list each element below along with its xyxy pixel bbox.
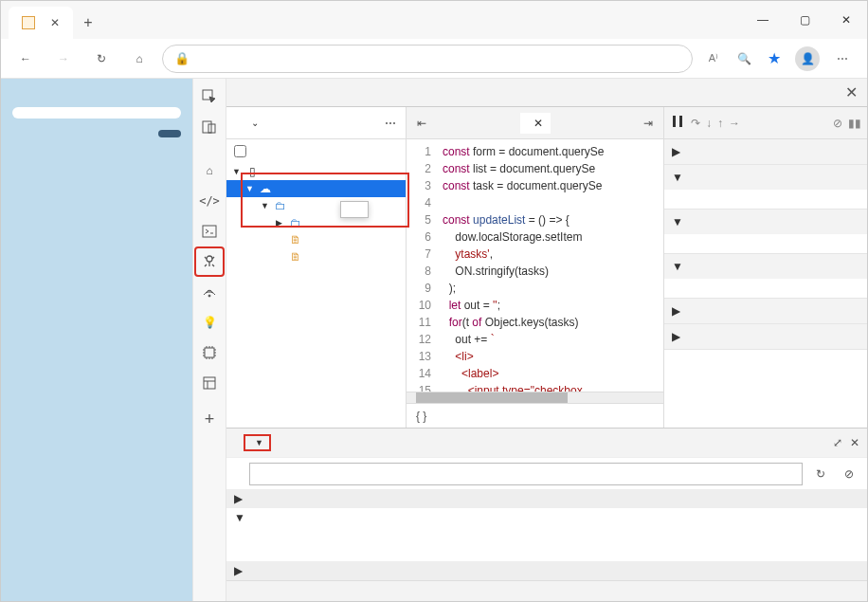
result-file-dark[interactable]: ▶: [226, 561, 867, 580]
step-into-icon[interactable]: ↓: [706, 117, 712, 130]
clear-search-icon[interactable]: ⊘: [839, 464, 859, 484]
reader-mode-icon[interactable]: A⁾: [700, 46, 727, 72]
dom-section[interactable]: ▶: [664, 324, 867, 349]
favorite-star-icon[interactable]: ★: [761, 46, 787, 72]
nav-left-icon[interactable]: ⇤: [412, 114, 431, 133]
step-icon[interactable]: →: [729, 117, 740, 130]
context-menu-search-all[interactable]: [340, 201, 369, 218]
device-toggle-icon[interactable]: [195, 113, 224, 141]
titlebar: ✕ + — ▢ ✕: [1, 1, 867, 39]
dropdown-arrow-icon: ▼: [255, 438, 263, 447]
search-tab[interactable]: ▼: [244, 434, 271, 451]
chevron-down-icon: ⌄: [251, 118, 259, 128]
url-input[interactable]: 🔒: [162, 45, 693, 73]
minimize-button[interactable]: —: [742, 1, 784, 39]
scope-section[interactable]: ▼: [664, 210, 867, 234]
sources-panel-header: ✕: [226, 79, 867, 107]
memory-icon[interactable]: [195, 338, 224, 367]
tree-domain[interactable]: ▼☁: [226, 180, 406, 197]
callstack-section[interactable]: ▼: [664, 254, 867, 279]
navigator-more-icon[interactable]: ⋯: [385, 117, 398, 130]
group-by-authored[interactable]: [226, 139, 406, 161]
group-checkbox[interactable]: [234, 145, 246, 157]
page-tab[interactable]: ⌄: [234, 118, 381, 128]
home-button[interactable]: ⌂: [124, 44, 154, 74]
search-status: [226, 580, 867, 601]
cloud-icon: ☁: [259, 182, 272, 195]
watch-section[interactable]: ▶: [664, 139, 867, 164]
tree-top[interactable]: ▼▯: [226, 163, 406, 180]
dock-icon[interactable]: ⤢: [833, 436, 842, 449]
svg-rect-6: [205, 348, 214, 357]
zoom-icon[interactable]: 🔍: [731, 46, 757, 72]
pause-icon[interactable]: [670, 114, 685, 132]
file-icon: 🗎: [289, 250, 302, 264]
pause-exceptions-icon[interactable]: ▮▮: [848, 117, 861, 130]
tree-styles-folder[interactable]: ▶🗀: [226, 214, 406, 231]
step-out-icon[interactable]: ↑: [717, 117, 723, 130]
menu-button[interactable]: ⋯: [827, 44, 858, 74]
svg-rect-1: [203, 121, 211, 133]
folder-icon: 🗀: [274, 199, 287, 212]
result-line[interactable]: [226, 544, 867, 561]
scope-not-paused: [664, 234, 867, 253]
refresh-button[interactable]: ↻: [86, 44, 117, 74]
step-over-icon[interactable]: ↷: [691, 117, 700, 130]
debugger-pane: ↷ ↓ ↑ → ⊘ ▮▮ ▶ ▼ ▼: [664, 107, 867, 428]
file-icon: 🗎: [289, 233, 302, 246]
tree-todo-file[interactable]: 🗎: [226, 248, 406, 265]
breakpoints-section[interactable]: ▼: [664, 165, 867, 190]
welcome-icon[interactable]: ⌂: [195, 156, 224, 185]
result-line[interactable]: [226, 527, 867, 544]
address-bar: ← → ↻ ⌂ 🔒 A⁾ 🔍 ★ 👤 ⋯: [1, 39, 867, 79]
console-icon[interactable]: [195, 217, 224, 246]
todo-input[interactable]: [12, 107, 181, 119]
close-window-button[interactable]: ✕: [825, 1, 867, 39]
devtools-activity-bar: ⌂ </> 💡 +: [192, 79, 226, 601]
deactivate-breakpoints-icon[interactable]: ⊘: [833, 117, 842, 130]
search-results: ▶ ▼: [226, 489, 867, 580]
horizontal-scrollbar[interactable]: [407, 392, 663, 403]
tree-index-file[interactable]: 🗎: [226, 231, 406, 248]
performance-icon[interactable]: 💡: [195, 308, 224, 337]
svg-rect-3: [203, 226, 216, 237]
inspect-icon[interactable]: [195, 82, 224, 111]
application-icon[interactable]: [195, 369, 224, 397]
svg-rect-8: [673, 116, 676, 127]
svg-point-5: [208, 295, 210, 297]
close-drawer-icon[interactable]: ✕: [850, 436, 859, 449]
braces-icon[interactable]: { }: [416, 410, 426, 423]
browser-tab[interactable]: ✕: [9, 7, 73, 39]
more-tools-button[interactable]: +: [195, 405, 224, 433]
result-file-base[interactable]: ▼: [226, 508, 867, 527]
profile-avatar[interactable]: 👤: [795, 46, 820, 71]
editor-pane: ⇤ ✕ ⇥ 1234567891011121314151617 const fo…: [407, 107, 664, 428]
send-button[interactable]: [158, 130, 181, 137]
page-favicon: [22, 16, 35, 29]
svg-rect-9: [679, 116, 682, 127]
back-button[interactable]: ←: [10, 44, 41, 74]
nav-right-icon[interactable]: ⇥: [639, 114, 658, 133]
network-icon[interactable]: [195, 278, 224, 306]
forward-button: →: [48, 44, 79, 74]
rendered-page: [1, 79, 192, 601]
new-tab-button[interactable]: +: [73, 7, 103, 39]
lock-icon: 🔒: [174, 51, 190, 65]
folder-icon: 🗀: [289, 216, 302, 229]
close-devtools-icon[interactable]: ✕: [845, 83, 858, 101]
tab-close-icon[interactable]: ✕: [50, 16, 60, 29]
tree-demos-folder[interactable]: ▼🗀: [226, 197, 406, 214]
elements-icon[interactable]: </>: [195, 187, 224, 215]
close-tab-icon[interactable]: ✕: [533, 117, 543, 130]
svg-rect-7: [204, 377, 215, 389]
maximize-button[interactable]: ▢: [784, 1, 825, 39]
editor-tab[interactable]: ✕: [520, 113, 551, 134]
svg-point-4: [207, 256, 212, 262]
search-input[interactable]: [249, 463, 803, 485]
code-editor[interactable]: 1234567891011121314151617 const form = d…: [407, 139, 663, 392]
result-file-index[interactable]: ▶: [226, 489, 867, 508]
xhr-section[interactable]: ▶: [664, 299, 867, 323]
refresh-search-icon[interactable]: ↻: [810, 464, 831, 484]
navigator-pane: ⌄ ⋯ ▼▯ ▼☁ ▼🗀 ▶🗀 �: [226, 107, 407, 428]
sources-icon[interactable]: [195, 247, 224, 276]
